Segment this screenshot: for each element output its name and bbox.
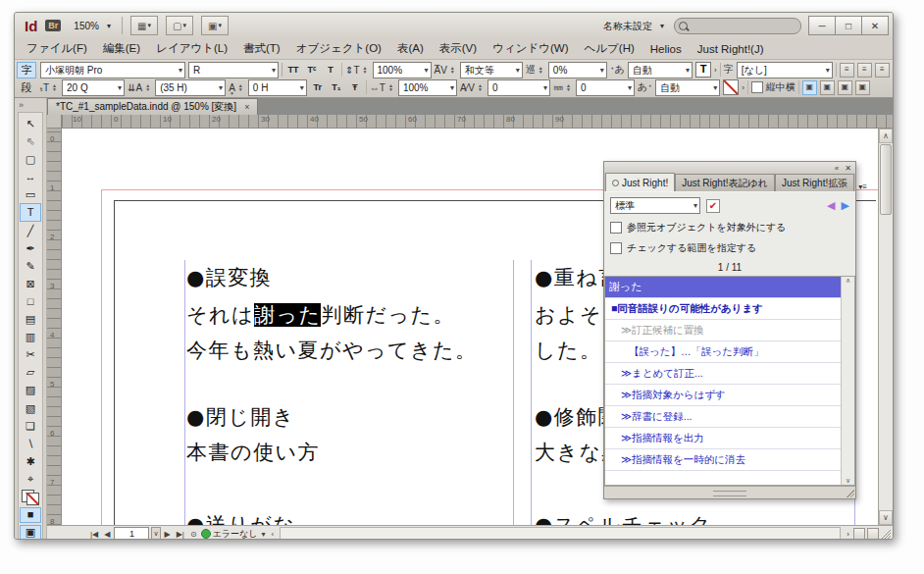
panel-close-icon[interactable]: ✕ (845, 164, 851, 173)
font-family-select[interactable]: 小塚明朝 Pro (40, 62, 185, 78)
fill-stroke-indicator[interactable]: T (22, 490, 39, 505)
align-center-button[interactable]: ≡ (857, 63, 872, 78)
next-page-button[interactable]: ▶ (163, 530, 173, 539)
body-text-line[interactable]: ●スペルチェック (535, 511, 712, 525)
underline-button[interactable]: T (323, 62, 338, 78)
specify-range-checkbox[interactable] (610, 242, 622, 254)
stepper[interactable]: ▲▼ (238, 80, 245, 94)
aki-after-select[interactable]: 自動 (655, 79, 720, 96)
gap-tool[interactable]: ↔ (20, 168, 41, 185)
tab-just-right[interactable]: Just Right! (605, 173, 675, 191)
font-size-select[interactable]: 20 Q (62, 79, 125, 96)
panel-scrollbar[interactable]: ∧∨ (841, 277, 854, 485)
stepper[interactable]: ▲▼ (145, 80, 152, 94)
close-icon[interactable]: × (244, 102, 249, 112)
tab-just-right-kakucho[interactable]: Just Right!拡張 (775, 174, 854, 191)
stepper[interactable]: ▲▼ (450, 63, 457, 77)
scroll-right-icon[interactable]: › (845, 530, 851, 539)
zoom-level-select[interactable]: 150% (69, 18, 114, 34)
replace-candidate-action[interactable]: ≫訂正候補に置換 (605, 320, 841, 341)
menu-type[interactable]: 書式(T) (243, 41, 281, 56)
panel-menu-icon[interactable]: ▾≡ (854, 183, 871, 191)
note-tool[interactable]: ❏ (20, 417, 41, 435)
character-formatting-tab[interactable]: 字 (17, 62, 36, 78)
horizontal-grid-tool[interactable]: ▤ (20, 310, 41, 328)
menu-layout[interactable]: レイアウト(L) (156, 41, 228, 56)
all-caps-button[interactable]: TT (285, 62, 301, 78)
body-text-line[interactable]: ●閉じ開き (186, 403, 295, 431)
bridge-icon[interactable]: Br (45, 20, 61, 31)
tab-just-right-hyoki-yure[interactable]: Just Right!表記ゆれ (675, 174, 775, 191)
pencil-tool[interactable]: ✎ (20, 257, 41, 275)
preflight-icon[interactable]: ⊙ (188, 530, 199, 539)
align-justify-button[interactable]: ≣ (893, 63, 894, 78)
body-text-line[interactable]: した。 (535, 337, 601, 364)
scroll-left-icon[interactable]: ‹ (269, 530, 276, 539)
body-text-line[interactable]: 本書の使い方 (186, 439, 320, 466)
paragraph-formatting-tab[interactable]: 段 (17, 79, 36, 96)
kerning-select[interactable]: 0 (488, 79, 550, 96)
first-page-button[interactable]: |◀ (88, 530, 100, 539)
horizontal-ruler[interactable]: 10 0 10 20 30 40 50 60 70 80 90 (62, 115, 893, 128)
aki-before-select[interactable]: 自動 (628, 62, 693, 78)
eyedropper-tool[interactable]: ∖ (20, 435, 41, 452)
char-style-select[interactable]: [なし] (737, 62, 833, 78)
last-page-button[interactable]: ▶| (175, 530, 186, 539)
grid-align-em-button[interactable]: ▣ (820, 80, 835, 95)
preflight-menu-arrow-icon[interactable]: ▾ (259, 530, 267, 539)
stepper[interactable]: ▲▼ (363, 63, 370, 77)
vertical-scrollbar[interactable]: ∧ ∨ (878, 129, 893, 525)
grid-align-icf-button[interactable]: ▣ (838, 80, 852, 95)
stroke-color-swatch[interactable] (723, 79, 739, 95)
batch-correct-action[interactable]: ≫まとめて訂正... (605, 363, 841, 385)
document-tab[interactable]: *TC_#1_sampleData.indd @ 150% [変換] × (47, 98, 258, 115)
previous-page-button[interactable]: ◀ (102, 530, 112, 539)
align-bottom-button[interactable]: ≡ (875, 63, 890, 78)
stepper[interactable]: ▲▼ (388, 80, 395, 94)
previous-issue-button[interactable]: ◀ (827, 199, 835, 212)
menu-helios[interactable]: Helios (650, 43, 682, 55)
check-preset-select[interactable]: 標準 (610, 197, 700, 214)
menu-table[interactable]: 表(A) (397, 41, 424, 56)
align-top-button[interactable]: ≡ (840, 63, 854, 78)
exclude-reference-checkbox[interactable] (610, 222, 622, 234)
grid-align-baseline-button[interactable]: ▣ (855, 80, 870, 95)
vertical-grid-tool[interactable]: ▥ (20, 328, 41, 345)
menu-help[interactable]: ヘルプ(H) (585, 41, 635, 56)
close-button[interactable]: ✕ (861, 16, 889, 35)
direct-selection-tool[interactable]: ⇖ (20, 132, 41, 150)
menu-window[interactable]: ウィンドウ(W) (492, 41, 568, 56)
scroll-up-icon[interactable]: ∧ (842, 277, 854, 285)
workspace-select[interactable]: 名称未設定 (599, 19, 666, 33)
content-collector-tool[interactable]: ▭ (20, 185, 41, 203)
ruler-origin-corner[interactable] (47, 115, 62, 128)
body-text-line[interactable]: 今年も熱い夏がやってきた。 (186, 337, 477, 364)
selected-issue-row[interactable]: 謝った (605, 277, 841, 298)
selection-tool[interactable]: ↖ (20, 115, 41, 132)
minimize-button[interactable]: ─ (808, 16, 836, 35)
export-issue-info-action[interactable]: ≫指摘情報を出力 (605, 428, 841, 449)
view-options-button[interactable]: ▦▾ (130, 16, 158, 35)
scroll-down-icon[interactable]: ∨ (879, 510, 893, 525)
panel-collapse-icon[interactable]: « (835, 164, 839, 173)
zoom-tool[interactable]: ⌖ (20, 470, 41, 488)
hand-tool[interactable]: ✱ (20, 452, 41, 470)
pen-tool[interactable]: ✒ (20, 239, 41, 257)
baseline-shift-input[interactable]: 0 H (248, 79, 307, 96)
correction-candidate-link[interactable]: 【誤った】…「誤った判断」 (605, 341, 841, 363)
fill-color-swatch[interactable]: T (695, 62, 711, 78)
tatechuyoko-checkbox[interactable] (751, 81, 763, 93)
next-issue-button[interactable]: ▶ (842, 199, 849, 212)
horizontal-scale-select[interactable]: 100% (398, 79, 457, 96)
page-tool[interactable]: ▢ (20, 150, 41, 168)
scroll-up-icon[interactable]: ∧ (879, 129, 893, 143)
subscript-button[interactable]: T₁ (329, 79, 344, 95)
stepper[interactable]: ▲▼ (566, 80, 573, 94)
body-text-line[interactable]: ●送りがな (186, 511, 295, 525)
stepper[interactable]: ▲▼ (52, 80, 59, 94)
scrollbar-thumb[interactable] (880, 144, 892, 215)
leading-select[interactable]: (35 H) (155, 79, 226, 96)
vertical-ruler[interactable]: 0 1 2 3 4 5 6 7 8 (47, 129, 62, 525)
tracking-select[interactable]: 0 (576, 79, 635, 96)
document-canvas[interactable]: ●誤変換 それは謝った判断だった。 今年も熱い夏がやってきた。 ●閉じ開き 本書… (62, 129, 878, 525)
